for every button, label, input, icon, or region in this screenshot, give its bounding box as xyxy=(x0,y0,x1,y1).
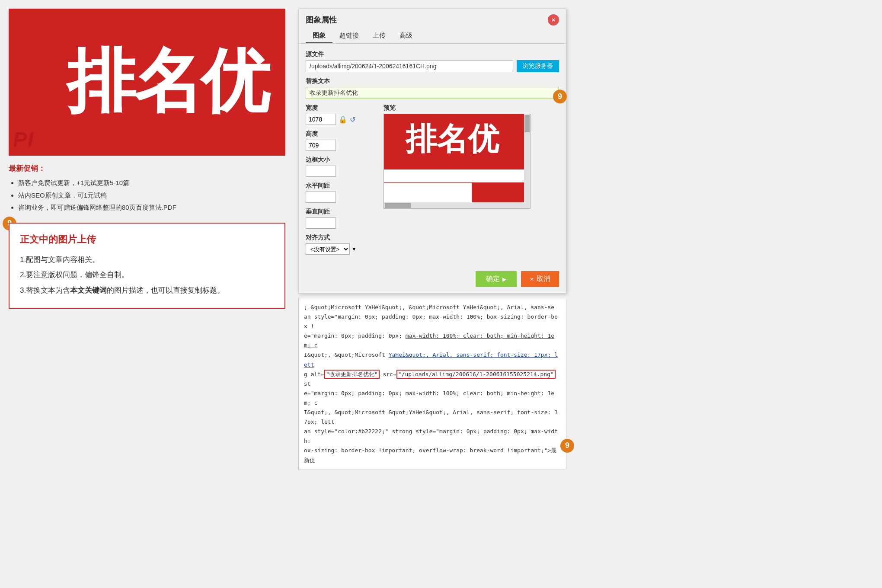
tab-advanced[interactable]: 高级 xyxy=(393,29,419,43)
promo-item-3: 咨询业务，即可赠送偏锋网络整理的80页百度算法.PDF xyxy=(18,201,285,214)
preview-image: 排名优 xyxy=(384,114,530,208)
bold-keyword: 本文关键词 xyxy=(70,286,107,294)
source-field-row: 浏览服务器 xyxy=(306,60,559,72)
tab-hyperlink[interactable]: 超链接 xyxy=(332,29,366,43)
step-title: 正文中的图片上传 xyxy=(20,233,274,246)
right-panel: 图象属性 × 图象 超链接 上传 高级 源文件 浏览服务器 替换文本 xyxy=(294,0,882,588)
dialog-close-button[interactable]: × xyxy=(548,14,559,26)
height-input[interactable] xyxy=(306,140,336,151)
preview-label: 预览 xyxy=(383,104,559,112)
refresh-icon[interactable]: ↺ xyxy=(350,115,355,124)
vspace-label: 垂直间距 xyxy=(306,208,375,216)
align-row: <没有设置> ▼ xyxy=(306,243,375,255)
promo-item-1: 新客户免费试更新，+1元试更新5-10篇 xyxy=(18,177,285,189)
align-label: 对齐方式 xyxy=(306,234,375,242)
source-line-8: an style="color:#b22222;" strong style="… xyxy=(304,428,558,444)
source-input[interactable] xyxy=(306,60,513,72)
source-line-5-end: st xyxy=(304,380,311,387)
source-line-3: e="margin: 0px; padding: 0px; xyxy=(304,332,406,339)
step-line-2: 2.要注意版权问题，偏锋全自制。 xyxy=(20,267,274,283)
browse-server-button[interactable]: 浏览服务器 xyxy=(517,60,559,72)
left-panel: 排名优 PI 最新促销： 新客户免费试更新，+1元试更新5-10篇 站内SEO原… xyxy=(0,0,294,588)
source-line-6: e="margin: 0px; padding: 0px; max-width:… xyxy=(304,390,554,406)
vspace-input[interactable] xyxy=(306,217,336,229)
alt-field-row: 9 xyxy=(306,87,559,99)
right-preview: 预览 排名优 xyxy=(383,104,559,260)
step-box: 正文中的图片上传 1.配图与文章内容相关。 2.要注意版权问题，偏锋全自制。 3… xyxy=(9,223,285,309)
promo-list: 新客户免费试更新，+1元试更新5-10篇 站内SEO原创文章，可1元试稿 咨询业… xyxy=(9,177,285,214)
dialog-box: 图象属性 × 图象 超链接 上传 高级 源文件 浏览服务器 替换文本 xyxy=(298,9,566,294)
promo-item-2: 站内SEO原创文章，可1元试稿 xyxy=(18,189,285,202)
width-input[interactable] xyxy=(306,114,336,125)
dialog-tabs: 图象 超链接 上传 高级 xyxy=(299,26,566,44)
source-line-1: ; &quot;Microsoft YaHei&quot;, &quot;Mic… xyxy=(304,304,554,310)
height-group: 高度 xyxy=(306,130,375,151)
hspace-group: 水平间距 xyxy=(306,182,375,203)
source-line-7: I&quot;, &quot;Microsoft &quot;YaHei&quo… xyxy=(304,409,558,425)
promo-section: 最新促销： 新客户免费试更新，+1元试更新5-10篇 站内SEO原创文章，可1元… xyxy=(9,163,285,214)
preview-bar1 xyxy=(384,169,524,182)
source-area-container: ; &quot;Microsoft YaHei&quot;, &quot;Mic… xyxy=(298,294,566,470)
source-line-2: an style="margin: 0px; padding: 0px; max… xyxy=(304,313,558,329)
width-row: 🔒 ↺ xyxy=(306,114,375,125)
source-alt-highlight: "收录更新排名优化" xyxy=(324,370,380,379)
preview-bar3 xyxy=(384,192,421,202)
step-box-container: 9 正文中的图片上传 1.配图与文章内容相关。 2.要注意版权问题，偏锋全自制。… xyxy=(9,223,285,309)
border-group: 边框大小 xyxy=(306,156,375,177)
preview-area: 排名优 xyxy=(383,114,530,209)
source-line-5-prefix: g alt= xyxy=(304,371,324,377)
dialog-body: 源文件 浏览服务器 替换文本 9 xyxy=(299,44,566,267)
hspace-input[interactable] xyxy=(306,192,336,203)
source-step-badge: 9 xyxy=(560,439,574,453)
border-label: 边框大小 xyxy=(306,156,375,164)
height-row xyxy=(306,140,375,151)
source-area: ; &quot;Microsoft YaHei&quot;, &quot;Mic… xyxy=(298,298,566,470)
width-group: 宽度 🔒 ↺ xyxy=(306,104,375,125)
hero-image: 排名优 PI xyxy=(9,9,285,156)
preview-img-inner: 排名优 xyxy=(384,114,530,208)
hero-main-text: 排名优 xyxy=(67,35,268,129)
step-content: 1.配图与文章内容相关。 2.要注意版权问题，偏锋全自制。 3.替换文本为含本文… xyxy=(20,252,274,298)
alt-field-group: 替换文本 9 xyxy=(306,77,559,99)
preview-hscrollbar[interactable] xyxy=(384,202,524,208)
promo-title: 最新促销： xyxy=(9,163,285,173)
source-line-5-mid: src= xyxy=(380,371,396,377)
tab-image[interactable]: 图象 xyxy=(306,29,332,43)
dims-preview-row: 宽度 🔒 ↺ 高度 xyxy=(306,104,559,260)
height-label: 高度 xyxy=(306,130,375,138)
align-arrow-icon: ▼ xyxy=(352,246,357,252)
hero-sub-text: PI xyxy=(13,128,34,151)
hspace-label: 水平间距 xyxy=(306,182,375,190)
source-label: 源文件 xyxy=(306,51,559,58)
dialog-header: 图象属性 × xyxy=(299,9,566,26)
left-fields: 宽度 🔒 ↺ 高度 xyxy=(306,104,375,260)
source-field-group: 源文件 浏览服务器 xyxy=(306,51,559,72)
confirm-button[interactable]: 确定 xyxy=(476,271,517,287)
source-line-4: I&quot;, &quot;Microsoft xyxy=(304,352,385,358)
alt-step-badge: 9 xyxy=(553,89,567,103)
width-label: 宽度 xyxy=(306,104,375,112)
source-line-9: ox-sizing: border-box !important; overfl… xyxy=(304,447,556,463)
step-line-1: 1.配图与文章内容相关。 xyxy=(20,252,274,268)
preview-text: 排名优 xyxy=(406,118,499,160)
lock-icon[interactable]: 🔒 xyxy=(339,115,347,124)
dialog-footer: 确定 取消 xyxy=(299,267,566,293)
preview-vscrollbar-thumb xyxy=(524,115,530,132)
step-line-3: 3.替换文本为含本文关键词的图片描述，也可以直接复制标题。 xyxy=(20,283,274,298)
cancel-button[interactable]: 取消 xyxy=(521,271,559,287)
alt-label: 替换文本 xyxy=(306,77,559,85)
align-select[interactable]: <没有设置> xyxy=(306,243,350,255)
border-input[interactable] xyxy=(306,166,336,177)
tab-upload[interactable]: 上传 xyxy=(366,29,393,43)
alt-text-input[interactable] xyxy=(306,87,559,99)
preview-hscrollbar-thumb xyxy=(385,203,411,208)
align-group: 对齐方式 <没有设置> ▼ xyxy=(306,234,375,255)
source-src-highlight: "/uploads/allimg/200616/1-20061615502521… xyxy=(396,370,556,379)
vspace-group: 垂直间距 xyxy=(306,208,375,229)
preview-vscrollbar[interactable] xyxy=(524,114,530,208)
dialog-title: 图象属性 xyxy=(306,15,337,25)
